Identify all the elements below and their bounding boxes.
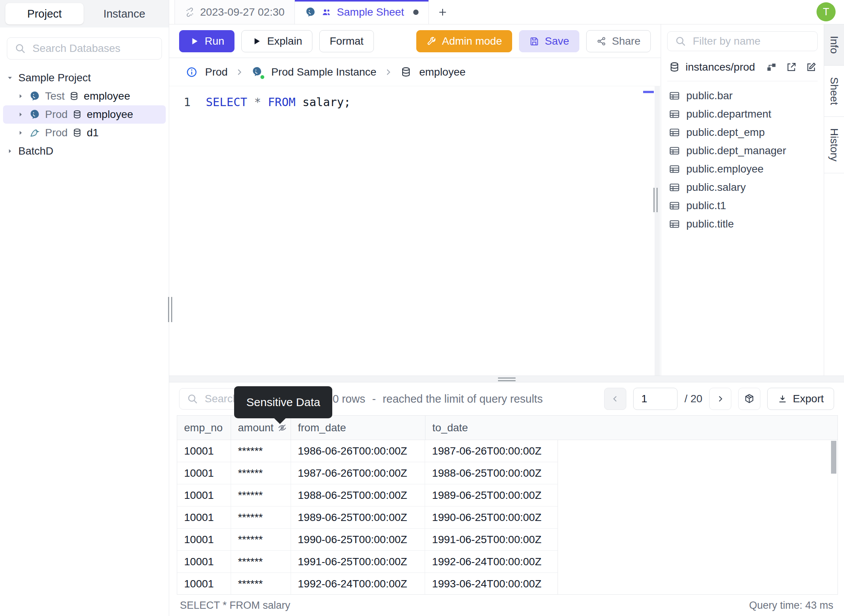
table-icon [669, 145, 680, 156]
table-row[interactable]: 10001******1992-06-24T00:00:00Z1993-06-2… [177, 573, 558, 595]
row-count: 0 rows [333, 393, 365, 405]
table-row[interactable]: 10001******1986-06-26T00:00:00Z1987-06-2… [177, 440, 558, 462]
result-rows: 10001******1986-06-26T00:00:00Z1987-06-2… [177, 440, 838, 595]
editor-sidebar-resize-handle[interactable] [652, 188, 658, 212]
search-icon [187, 393, 198, 405]
tab-history[interactable]: History [824, 117, 844, 173]
column-header[interactable]: to_date [425, 416, 558, 440]
sql-operator: * [254, 95, 261, 109]
table-cell: 10001 [177, 551, 231, 572]
sql-editor[interactable]: 1 SELECT * FROM salary; [169, 86, 661, 376]
table-cell: 1988-06-25T00:00:00Z [425, 462, 558, 484]
table-list-item[interactable]: public.bar [667, 87, 818, 105]
main-area: 2023-09-27 02:30 Sample Sheet T [169, 0, 844, 616]
play-icon [189, 36, 199, 46]
database-icon [72, 128, 82, 138]
table-row[interactable]: 10001******1987-06-26T00:00:00Z1988-06-2… [177, 462, 558, 484]
sidebar-resize-handle[interactable] [167, 297, 173, 322]
breadcrumb-database[interactable]: employee [419, 66, 466, 78]
result-options-button[interactable] [738, 388, 760, 410]
database-icon [72, 110, 82, 119]
table-list-item[interactable]: public.title [667, 215, 818, 233]
table-icon [669, 182, 680, 193]
column-header[interactable]: from_date [291, 416, 425, 440]
tab-sheet-panel[interactable]: Sheet [824, 66, 844, 117]
recent-sheet-label: 2023-09-27 02:30 [200, 6, 285, 18]
table-list-item[interactable]: public.department [667, 105, 818, 123]
sql-keyword: SELECT [206, 95, 247, 109]
info-icon[interactable] [186, 66, 197, 78]
admin-mode-button[interactable]: Admin mode [416, 30, 512, 52]
column-label: from_date [298, 422, 346, 434]
tree-item-prod-d1[interactable]: Prod d1 [3, 124, 166, 142]
table-list-item[interactable]: public.dept_emp [667, 123, 818, 142]
tab-info[interactable]: Info [824, 24, 844, 66]
tab-sample-sheet[interactable]: Sample Sheet [295, 0, 429, 24]
tree-item-sample-project[interactable]: Sample Project [3, 69, 166, 87]
table-cell: 1990-06-25T00:00:00Z [425, 506, 558, 528]
play-icon [252, 36, 262, 46]
breadcrumb-environment[interactable]: Prod [205, 66, 228, 78]
sheet-tabbar: 2023-09-27 02:30 Sample Sheet T [169, 0, 844, 24]
chevron-right-icon [384, 68, 393, 76]
next-page-button[interactable] [709, 388, 731, 410]
new-sheet-button[interactable] [429, 0, 456, 24]
tab-instance[interactable]: Instance [85, 3, 163, 24]
run-button[interactable]: Run [179, 30, 234, 52]
download-icon [778, 394, 787, 404]
editor-toolbar: Run Explain Format Admin mode [169, 24, 661, 58]
table-cell: 10001 [177, 529, 231, 550]
table-list-item[interactable]: public.salary [667, 178, 818, 197]
sql-keyword: FROM [268, 95, 296, 109]
prev-page-button[interactable] [604, 388, 626, 410]
schema-diagram-icon[interactable] [766, 61, 777, 73]
schema-panel: instances/prod [661, 24, 824, 376]
format-button[interactable]: Format [319, 30, 374, 52]
table-list: public.bar public.department public.dept… [667, 81, 818, 233]
table-list-item[interactable]: public.t1 [667, 197, 818, 215]
column-header[interactable]: emp_no [177, 416, 231, 440]
external-link-icon[interactable] [786, 61, 797, 73]
table-list-item[interactable]: public.employee [667, 160, 818, 178]
explain-button[interactable]: Explain [241, 30, 312, 52]
table-icon [669, 127, 680, 138]
plus-icon [438, 7, 448, 17]
breadcrumb-instance[interactable]: Prod Sample Instance [271, 66, 377, 78]
tree-item-batchd[interactable]: BatchD [3, 142, 166, 160]
results-resize-handle[interactable] [169, 376, 844, 382]
table-cell: 1992-06-24T00:00:00Z [291, 573, 425, 595]
tree-item-test-employee[interactable]: Test employee [3, 87, 166, 105]
results-scrollbar[interactable] [831, 441, 836, 474]
caret-right-icon [17, 111, 24, 118]
unsaved-indicator [413, 10, 419, 15]
tab-recent-sheet[interactable]: 2023-09-27 02:30 [175, 0, 295, 24]
database-icon [669, 61, 680, 73]
tab-project[interactable]: Project [5, 3, 84, 24]
instance-engine [251, 66, 264, 78]
table-name: public.dept_emp [686, 126, 765, 139]
table-row[interactable]: 10001******1990-06-25T00:00:00Z1991-06-2… [177, 529, 558, 551]
page-number-input[interactable] [633, 388, 677, 410]
line-number: 1 [169, 95, 206, 109]
table-list-item[interactable]: public.dept_manager [667, 142, 818, 160]
tree-item-prod-employee[interactable]: Prod employee [3, 105, 166, 124]
table-row[interactable]: 10001******1991-06-25T00:00:00Z1992-06-2… [177, 551, 558, 573]
export-button[interactable]: Export [767, 388, 834, 410]
search-databases-input[interactable] [7, 37, 162, 60]
save-button[interactable]: Save [519, 30, 579, 52]
edit-icon[interactable] [805, 61, 817, 73]
share-button[interactable]: Share [586, 30, 651, 52]
filter-by-name-input[interactable] [667, 31, 818, 51]
environment-label: Test [45, 90, 65, 102]
active-sheet-label: Sample Sheet [337, 6, 404, 18]
caret-right-icon [17, 129, 24, 137]
table-name: public.title [686, 218, 734, 230]
avatar[interactable]: T [817, 2, 836, 21]
content-row: Run Explain Format Admin mode [169, 24, 844, 376]
editor-minimap[interactable] [655, 86, 660, 376]
mysql-icon [29, 127, 40, 139]
table-row[interactable]: 10001******1989-06-25T00:00:00Z1990-06-2… [177, 506, 558, 529]
postgres-icon [305, 6, 316, 18]
schema-path-row: instances/prod [667, 59, 818, 81]
table-row[interactable]: 10001******1988-06-25T00:00:00Z1989-06-2… [177, 484, 558, 506]
